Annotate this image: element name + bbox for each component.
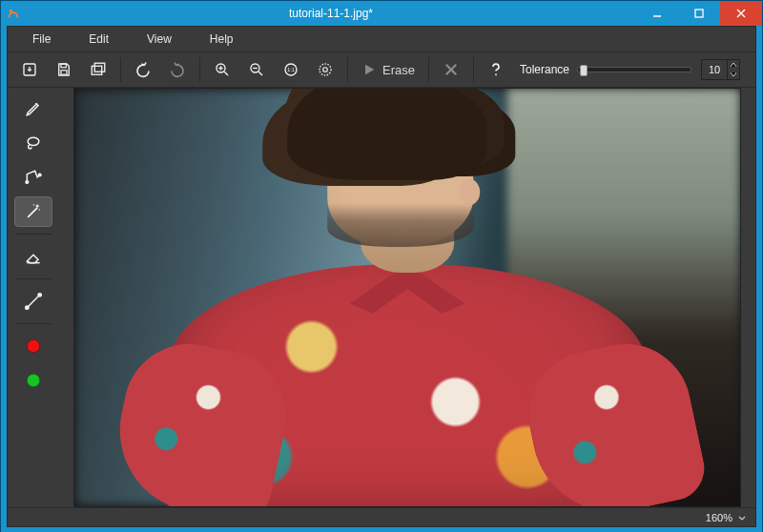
statusbar: 160%: [8, 507, 755, 526]
menu-help[interactable]: Help: [191, 29, 253, 50]
svg-line-11: [224, 72, 228, 75]
tolerance-label: Tolerance: [520, 63, 569, 76]
separator: [120, 57, 121, 82]
svg-point-32: [27, 374, 39, 386]
magic-wand-icon: [24, 202, 43, 221]
separator: [15, 234, 52, 235]
menu-file[interactable]: File: [13, 29, 70, 50]
close-button[interactable]: [720, 1, 762, 26]
svg-point-25: [26, 181, 29, 184]
eraser-tool[interactable]: [14, 241, 52, 272]
red-circle-icon: [24, 337, 43, 356]
svg-line-15: [258, 72, 262, 75]
lasso-icon: [24, 133, 43, 153]
zoom-dropdown-icon[interactable]: [738, 509, 746, 526]
svg-point-30: [38, 294, 41, 297]
erase-label: Erase: [382, 63, 415, 77]
maximize-button[interactable]: [678, 1, 720, 26]
canvas-area[interactable]: [59, 88, 755, 507]
question-icon: [487, 61, 505, 78]
save-button[interactable]: [13, 55, 46, 84]
line-tool[interactable]: [14, 286, 52, 317]
svg-rect-2: [695, 10, 703, 17]
svg-point-31: [27, 339, 39, 352]
svg-text:1:1: 1:1: [287, 67, 294, 72]
svg-point-24: [28, 137, 39, 145]
photo-subject-shirt: [168, 264, 648, 507]
tolerance-slider-wrap: [577, 67, 691, 72]
svg-point-0: [10, 10, 12, 12]
separator: [473, 57, 474, 82]
side-toolbar: [8, 88, 59, 507]
pen-tool[interactable]: [14, 93, 52, 124]
photo-subject-hair: [287, 88, 486, 180]
image-canvas[interactable]: [73, 88, 741, 507]
undo-icon: [134, 61, 152, 78]
play-icon: [361, 62, 377, 77]
zoom-in-button[interactable]: [206, 55, 238, 84]
stacked-images-icon: [90, 61, 107, 78]
svg-point-20: [323, 68, 328, 72]
redo-icon: [169, 61, 186, 78]
zoom-1to1-button[interactable]: 1:1: [275, 55, 307, 84]
zoom-1to1-icon: 1:1: [282, 61, 299, 78]
zoom-out-button[interactable]: [240, 55, 273, 84]
svg-line-28: [27, 295, 39, 307]
svg-rect-7: [61, 71, 67, 75]
svg-rect-6: [61, 64, 66, 68]
eraser-icon: [24, 247, 43, 266]
svg-point-19: [320, 64, 331, 75]
menubar: File Edit View Help: [8, 27, 755, 51]
app-icon: [1, 1, 26, 26]
floppy-icon: [55, 61, 72, 78]
zoom-level[interactable]: 160%: [706, 512, 732, 523]
app-frame: File Edit View Help: [7, 26, 756, 527]
red-marker-tool[interactable]: [14, 331, 52, 361]
svg-rect-9: [94, 63, 105, 72]
separator: [199, 57, 200, 82]
polygon-tool[interactable]: [14, 162, 52, 193]
line-icon: [24, 292, 43, 311]
save-download-icon: [21, 61, 38, 78]
pen-icon: [24, 99, 43, 118]
tolerance-value: 10: [702, 64, 727, 75]
window-title: tutorial-11-1.jpg*: [26, 1, 636, 26]
svg-point-26: [38, 174, 41, 176]
separator: [15, 278, 52, 279]
x-icon: [443, 61, 460, 78]
workspace: [8, 88, 755, 507]
lasso-tool[interactable]: [14, 128, 52, 158]
spinner-down[interactable]: [728, 70, 739, 79]
application-window: tutorial-11-1.jpg* File Edit View Help: [0, 0, 763, 532]
green-marker-tool[interactable]: [14, 365, 52, 396]
separator: [15, 323, 52, 324]
erase-button[interactable]: Erase: [354, 55, 423, 84]
zoom-fit-icon: [317, 61, 334, 78]
spinner-up[interactable]: [728, 60, 739, 70]
undo-button[interactable]: [127, 55, 159, 84]
cancel-button[interactable]: [435, 55, 467, 84]
svg-point-23: [495, 73, 497, 75]
tolerance-spinner[interactable]: 10: [701, 59, 740, 80]
open-button[interactable]: [48, 55, 80, 84]
slider-thumb[interactable]: [580, 65, 588, 76]
magic-wand-tool[interactable]: [14, 196, 52, 227]
browse-button[interactable]: [82, 55, 114, 84]
minimize-button[interactable]: [636, 1, 678, 26]
menu-view[interactable]: View: [128, 29, 191, 50]
svg-rect-8: [92, 66, 102, 74]
titlebar: tutorial-11-1.jpg*: [1, 1, 762, 26]
zoom-fit-button[interactable]: [309, 55, 341, 84]
zoom-in-icon: [214, 61, 231, 78]
tolerance-slider[interactable]: [577, 67, 691, 72]
spinner-buttons: [727, 60, 739, 79]
green-circle-icon: [24, 371, 43, 390]
zoom-out-icon: [248, 61, 265, 78]
menu-edit[interactable]: Edit: [70, 29, 128, 50]
separator: [347, 57, 348, 82]
redo-button[interactable]: [161, 55, 194, 84]
window-controls: [636, 1, 762, 26]
help-button[interactable]: [480, 55, 512, 84]
separator: [428, 57, 429, 82]
svg-point-29: [26, 306, 29, 309]
